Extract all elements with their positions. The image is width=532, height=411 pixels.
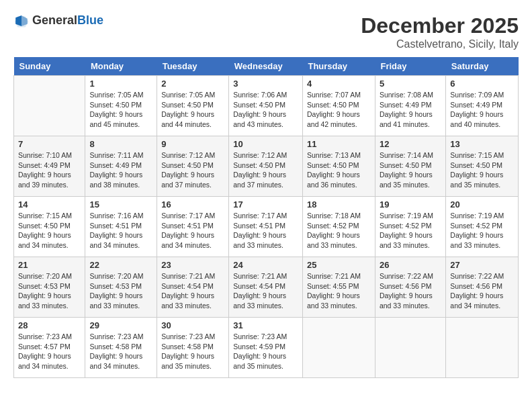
day-number: 16 (161, 199, 224, 210)
daylight-text: Daylight: 9 hours and 43 minutes. (233, 110, 286, 128)
day-number: 2 (161, 79, 224, 89)
day-info: Sunrise: 7:19 AM Sunset: 4:52 PM Dayligh… (450, 211, 514, 250)
location-title: Castelvetrano, Sicily, Italy (361, 38, 519, 50)
calendar-cell: 24 Sunrise: 7:21 AM Sunset: 4:54 PM Dayl… (229, 257, 303, 318)
sunrise-text: Sunrise: 7:17 AM (161, 212, 215, 220)
weekday-header-sunday: Sunday (14, 57, 85, 76)
daylight-text: Daylight: 9 hours and 33 minutes. (89, 291, 142, 310)
daylight-text: Daylight: 9 hours and 39 minutes. (18, 171, 71, 189)
daylight-text: Daylight: 9 hours and 41 minutes. (380, 110, 433, 128)
weekday-header-thursday: Thursday (302, 57, 375, 76)
calendar-cell: 31 Sunrise: 7:23 AM Sunset: 4:59 PM Dayl… (229, 318, 303, 378)
sunrise-text: Sunrise: 7:23 AM (89, 332, 143, 340)
day-number: 3 (233, 79, 298, 89)
day-number: 7 (18, 139, 81, 149)
page-header: GeneralBlue December 2025 Castelvetrano,… (13, 13, 519, 50)
sunrise-text: Sunrise: 7:19 AM (450, 212, 504, 220)
sunrise-text: Sunrise: 7:14 AM (380, 151, 433, 159)
day-info: Sunrise: 7:23 AM Sunset: 4:59 PM Dayligh… (233, 332, 298, 371)
logo-blue: Blue (77, 13, 103, 27)
day-info: Sunrise: 7:21 AM Sunset: 4:55 PM Dayligh… (307, 271, 371, 311)
sunrise-text: Sunrise: 7:11 AM (89, 151, 143, 159)
calendar-cell: 20 Sunrise: 7:19 AM Sunset: 4:52 PM Dayl… (446, 197, 519, 257)
sunset-text: Sunset: 4:50 PM (450, 161, 502, 169)
sunset-text: Sunset: 4:50 PM (233, 161, 285, 169)
sunrise-text: Sunrise: 7:23 AM (161, 332, 215, 340)
sunset-text: Sunset: 4:56 PM (450, 282, 502, 290)
calendar-cell: 22 Sunrise: 7:20 AM Sunset: 4:53 PM Dayl… (85, 257, 157, 318)
sunset-text: Sunset: 4:52 PM (307, 222, 359, 230)
calendar-table: SundayMondayTuesdayWednesdayThursdayFrid… (13, 57, 519, 378)
daylight-text: Daylight: 9 hours and 37 minutes. (233, 171, 286, 189)
day-number: 20 (450, 199, 514, 210)
sunrise-text: Sunrise: 7:23 AM (233, 332, 287, 340)
day-number: 28 (18, 320, 81, 330)
day-info: Sunrise: 7:23 AM Sunset: 4:58 PM Dayligh… (89, 332, 152, 371)
sunrise-text: Sunrise: 7:07 AM (307, 91, 361, 99)
day-number: 26 (380, 260, 441, 270)
daylight-text: Daylight: 9 hours and 36 minutes. (307, 171, 360, 189)
sunset-text: Sunset: 4:50 PM (380, 161, 432, 169)
calendar-cell (302, 318, 375, 378)
sunset-text: Sunset: 4:58 PM (161, 342, 214, 351)
calendar-week-row: 28 Sunrise: 7:23 AM Sunset: 4:57 PM Dayl… (14, 318, 519, 378)
sunrise-text: Sunrise: 7:19 AM (380, 212, 433, 220)
day-info: Sunrise: 7:07 AM Sunset: 4:50 PM Dayligh… (307, 90, 371, 130)
daylight-text: Daylight: 9 hours and 37 minutes. (161, 171, 214, 189)
calendar-cell: 8 Sunrise: 7:11 AM Sunset: 4:49 PM Dayli… (85, 136, 157, 197)
calendar-cell (375, 318, 445, 378)
sunset-text: Sunset: 4:54 PM (161, 282, 214, 290)
sunset-text: Sunset: 4:59 PM (233, 342, 285, 351)
daylight-text: Daylight: 9 hours and 33 minutes. (380, 291, 433, 310)
sunrise-text: Sunrise: 7:20 AM (89, 272, 143, 280)
weekday-header-friday: Friday (375, 57, 445, 76)
daylight-text: Daylight: 9 hours and 33 minutes. (307, 231, 360, 249)
day-info: Sunrise: 7:15 AM Sunset: 4:50 PM Dayligh… (18, 211, 81, 250)
calendar-cell: 15 Sunrise: 7:16 AM Sunset: 4:51 PM Dayl… (85, 197, 157, 257)
day-info: Sunrise: 7:18 AM Sunset: 4:52 PM Dayligh… (307, 211, 371, 250)
daylight-text: Daylight: 9 hours and 33 minutes. (161, 291, 214, 310)
sunrise-text: Sunrise: 7:05 AM (161, 91, 215, 99)
day-number: 10 (233, 139, 298, 149)
calendar-cell: 4 Sunrise: 7:07 AM Sunset: 4:50 PM Dayli… (302, 76, 375, 136)
sunset-text: Sunset: 4:50 PM (89, 101, 142, 109)
day-info: Sunrise: 7:22 AM Sunset: 4:56 PM Dayligh… (380, 271, 441, 311)
day-number: 23 (161, 260, 224, 270)
calendar-week-row: 14 Sunrise: 7:15 AM Sunset: 4:50 PM Dayl… (14, 197, 519, 257)
sunrise-text: Sunrise: 7:08 AM (380, 91, 433, 99)
sunset-text: Sunset: 4:50 PM (18, 222, 71, 230)
daylight-text: Daylight: 9 hours and 35 minutes. (161, 352, 214, 370)
calendar-cell: 7 Sunrise: 7:10 AM Sunset: 4:49 PM Dayli… (14, 136, 85, 197)
sunset-text: Sunset: 4:50 PM (307, 101, 359, 109)
day-info: Sunrise: 7:23 AM Sunset: 4:58 PM Dayligh… (161, 332, 224, 371)
calendar-cell: 19 Sunrise: 7:19 AM Sunset: 4:52 PM Dayl… (375, 197, 445, 257)
calendar-cell: 27 Sunrise: 7:22 AM Sunset: 4:56 PM Dayl… (446, 257, 519, 318)
calendar-cell: 14 Sunrise: 7:15 AM Sunset: 4:50 PM Dayl… (14, 197, 85, 257)
day-number: 12 (380, 139, 441, 149)
daylight-text: Daylight: 9 hours and 33 minutes. (307, 291, 360, 310)
daylight-text: Daylight: 9 hours and 33 minutes. (380, 231, 433, 249)
calendar-cell: 11 Sunrise: 7:13 AM Sunset: 4:50 PM Dayl… (302, 136, 375, 197)
calendar-cell: 17 Sunrise: 7:17 AM Sunset: 4:51 PM Dayl… (229, 197, 303, 257)
sunrise-text: Sunrise: 7:22 AM (380, 272, 433, 280)
sunset-text: Sunset: 4:50 PM (233, 101, 285, 109)
calendar-cell (446, 318, 519, 378)
calendar-week-row: 7 Sunrise: 7:10 AM Sunset: 4:49 PM Dayli… (14, 136, 519, 197)
sunrise-text: Sunrise: 7:15 AM (18, 212, 72, 220)
day-number: 29 (89, 320, 152, 330)
sunrise-text: Sunrise: 7:18 AM (307, 212, 361, 220)
calendar-cell: 23 Sunrise: 7:21 AM Sunset: 4:54 PM Dayl… (157, 257, 229, 318)
day-number: 8 (89, 139, 152, 149)
day-number: 13 (450, 139, 514, 149)
calendar-cell: 10 Sunrise: 7:12 AM Sunset: 4:50 PM Dayl… (229, 136, 303, 197)
calendar-cell: 25 Sunrise: 7:21 AM Sunset: 4:55 PM Dayl… (302, 257, 375, 318)
day-info: Sunrise: 7:17 AM Sunset: 4:51 PM Dayligh… (233, 211, 298, 250)
calendar-cell: 12 Sunrise: 7:14 AM Sunset: 4:50 PM Dayl… (375, 136, 445, 197)
sunset-text: Sunset: 4:54 PM (233, 282, 285, 290)
daylight-text: Daylight: 9 hours and 34 minutes. (18, 352, 71, 370)
sunset-text: Sunset: 4:51 PM (161, 222, 214, 230)
sunset-text: Sunset: 4:51 PM (89, 222, 142, 230)
sunset-text: Sunset: 4:49 PM (380, 101, 432, 109)
day-info: Sunrise: 7:21 AM Sunset: 4:54 PM Dayligh… (161, 271, 224, 311)
daylight-text: Daylight: 9 hours and 33 minutes. (450, 231, 503, 249)
